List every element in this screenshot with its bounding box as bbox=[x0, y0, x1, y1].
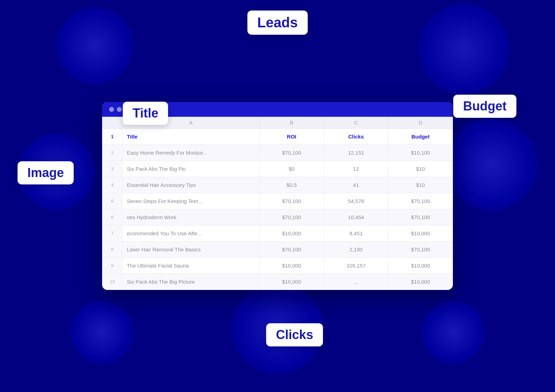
decoration-blob-mr bbox=[446, 119, 537, 210]
row-1-num: 1 bbox=[102, 129, 122, 145]
row-num-8: 8 bbox=[102, 242, 122, 258]
row-title-3: Six Pack Abs The Big Pic bbox=[122, 161, 259, 177]
table-row: 3 Six Pack Abs The Big Pic $0 12 $10 bbox=[102, 161, 453, 177]
row-title-10: Six Pack Abs The Big Picture bbox=[122, 274, 259, 290]
row-clicks-6: 10,454 bbox=[324, 209, 388, 225]
row-budget-7: $10,000 bbox=[388, 225, 453, 242]
row-clicks-4: 41 bbox=[324, 177, 388, 193]
row-roi-5: $70,100 bbox=[259, 193, 324, 209]
header-roi: ROI bbox=[259, 129, 324, 145]
spreadsheet-window: A B C D 1 Title ROI Clicks Budget 2 Easy… bbox=[102, 102, 453, 290]
col-header-c: C bbox=[324, 117, 388, 129]
row-clicks-2: 12,151 bbox=[324, 145, 388, 161]
header-title: Title bbox=[122, 129, 259, 145]
col-header-d: D bbox=[388, 117, 453, 129]
window-dot-1 bbox=[109, 107, 114, 112]
decoration-blob-br bbox=[422, 301, 485, 364]
row-budget-4: $10 bbox=[388, 177, 453, 193]
table-row: 2 Easy Home Remedy For Moistur... $70,10… bbox=[102, 145, 453, 161]
row-num-5: 5 bbox=[102, 193, 122, 209]
row-budget-5: $70,100 bbox=[388, 193, 453, 209]
table-row: 8 Laser Hair Removal The Basics $70,100 … bbox=[102, 242, 453, 258]
row-title-5: Seven Steps For Keeping Teet... bbox=[122, 193, 259, 209]
row-budget-10: $10,000 bbox=[388, 274, 453, 290]
row-roi-3: $0 bbox=[259, 161, 324, 177]
row-title-9: The Ultimate Facial Sauna bbox=[122, 258, 259, 274]
floating-label-budget: Budget bbox=[453, 95, 516, 118]
row-title-8: Laser Hair Removal The Basics bbox=[122, 242, 259, 258]
row-title-6: oes Hydroderm Work bbox=[122, 209, 259, 225]
row-roi-4: $0.5 bbox=[259, 177, 324, 193]
header-clicks: Clicks bbox=[324, 129, 388, 145]
floating-label-clicks: Clicks bbox=[266, 323, 323, 346]
floating-label-leads: Leads bbox=[247, 11, 308, 35]
row-clicks-8: 2,100 bbox=[324, 242, 388, 258]
row-num-10: 10 bbox=[102, 274, 122, 290]
row-budget-9: $10,000 bbox=[388, 258, 453, 274]
row-clicks-10: ... bbox=[324, 274, 388, 290]
row-budget-8: $70,100 bbox=[388, 242, 453, 258]
table-row: 7 ecommended You To Use Afte... $10,000 … bbox=[102, 225, 453, 242]
row-num-7: 7 bbox=[102, 225, 122, 242]
row-clicks-5: 54,578 bbox=[324, 193, 388, 209]
row-roi-6: $70,100 bbox=[259, 209, 324, 225]
decoration-blob-tr bbox=[418, 4, 509, 95]
decoration-blob-tl bbox=[56, 7, 133, 84]
row-clicks-3: 12 bbox=[324, 161, 388, 177]
row-roi-2: $70,100 bbox=[259, 145, 324, 161]
spreadsheet-header-row: 1 Title ROI Clicks Budget bbox=[102, 129, 453, 145]
row-title-7: ecommended You To Use Afte... bbox=[122, 225, 259, 242]
row-roi-10: $10,000 bbox=[259, 274, 324, 290]
row-roi-8: $70,100 bbox=[259, 242, 324, 258]
row-title-2: Easy Home Remedy For Moistur... bbox=[122, 145, 259, 161]
row-budget-3: $10 bbox=[388, 161, 453, 177]
floating-label-image: Image bbox=[18, 161, 74, 184]
table-row: 5 Seven Steps For Keeping Teet... $70,10… bbox=[102, 193, 453, 209]
table-row: 9 The Ultimate Facial Sauna $10,000 105,… bbox=[102, 258, 453, 274]
table-row: 4 Essential Hair Accessory Tips $0.5 41 … bbox=[102, 177, 453, 193]
row-clicks-7: 8,451 bbox=[324, 225, 388, 242]
row-num-2: 2 bbox=[102, 145, 122, 161]
window-dot-2 bbox=[117, 107, 122, 112]
row-num-9: 9 bbox=[102, 258, 122, 274]
row-title-4: Essential Hair Accessory Tips bbox=[122, 177, 259, 193]
header-budget: Budget bbox=[388, 129, 453, 145]
decoration-blob-bl bbox=[70, 301, 133, 364]
row-num-6: 6 bbox=[102, 209, 122, 225]
row-clicks-9: 105,157 bbox=[324, 258, 388, 274]
floating-label-title: Title bbox=[123, 102, 168, 125]
table-row: 10 Six Pack Abs The Big Picture $10,000 … bbox=[102, 274, 453, 290]
col-header-rownum bbox=[102, 117, 122, 129]
row-budget-6: $70,100 bbox=[388, 209, 453, 225]
row-roi-9: $10,000 bbox=[259, 258, 324, 274]
spreadsheet-table: A B C D 1 Title ROI Clicks Budget 2 Easy… bbox=[102, 117, 453, 290]
row-num-4: 4 bbox=[102, 177, 122, 193]
row-budget-2: $10,100 bbox=[388, 145, 453, 161]
row-roi-7: $10,000 bbox=[259, 225, 324, 242]
row-num-3: 3 bbox=[102, 161, 122, 177]
col-header-b: B bbox=[259, 117, 324, 129]
table-row: 6 oes Hydroderm Work $70,100 10,454 $70,… bbox=[102, 209, 453, 225]
